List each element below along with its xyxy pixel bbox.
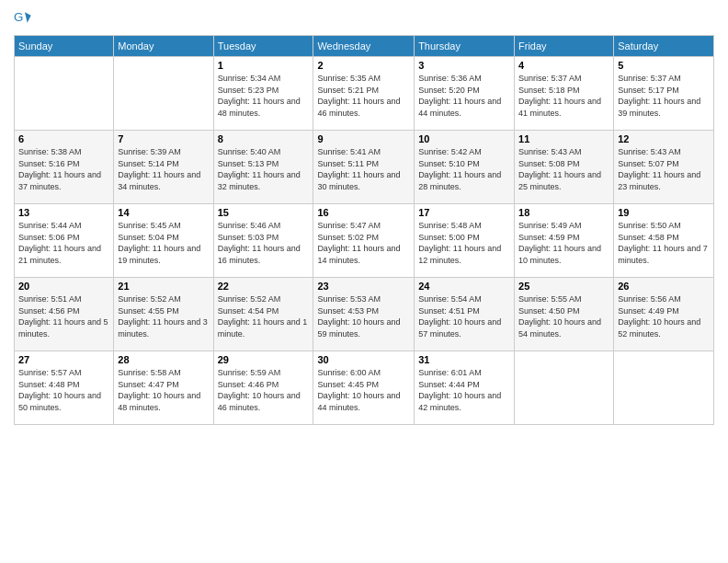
day-number: 20 [18,281,109,292]
column-header-tuesday: Tuesday [213,36,313,57]
day-info: Sunrise: 5:39 AM Sunset: 5:14 PM Dayligh… [118,146,209,192]
calendar-cell: 15Sunrise: 5:46 AM Sunset: 5:03 PM Dayli… [213,204,313,278]
calendar-cell: 9Sunrise: 5:41 AM Sunset: 5:11 PM Daylig… [313,131,415,204]
calendar-cell: 28Sunrise: 5:58 AM Sunset: 4:47 PM Dayli… [114,351,213,425]
column-header-friday: Friday [515,36,614,57]
calendar-cell: 6Sunrise: 5:38 AM Sunset: 5:16 PM Daylig… [15,131,114,204]
day-number: 16 [317,207,410,218]
day-info: Sunrise: 5:44 AM Sunset: 5:06 PM Dayligh… [18,220,109,266]
day-info: Sunrise: 5:37 AM Sunset: 5:17 PM Dayligh… [618,73,710,119]
day-number: 11 [518,133,609,144]
calendar-cell [15,57,114,131]
calendar-week-row: 13Sunrise: 5:44 AM Sunset: 5:06 PM Dayli… [15,204,714,278]
day-number: 5 [618,60,710,71]
day-info: Sunrise: 5:56 AM Sunset: 4:49 PM Dayligh… [618,293,710,339]
day-number: 9 [317,133,410,144]
calendar-cell: 21Sunrise: 5:52 AM Sunset: 4:55 PM Dayli… [114,278,213,351]
column-header-thursday: Thursday [415,36,515,57]
calendar-cell: 10Sunrise: 5:42 AM Sunset: 5:10 PM Dayli… [415,131,515,204]
calendar-table: SundayMondayTuesdayWednesdayThursdayFrid… [14,35,714,425]
day-info: Sunrise: 5:52 AM Sunset: 4:55 PM Dayligh… [118,293,209,339]
day-info: Sunrise: 5:34 AM Sunset: 5:23 PM Dayligh… [218,73,310,119]
day-number: 29 [218,354,310,365]
day-info: Sunrise: 5:35 AM Sunset: 5:21 PM Dayligh… [317,73,410,119]
calendar-cell: 19Sunrise: 5:50 AM Sunset: 4:58 PM Dayli… [614,204,714,278]
day-number: 30 [317,354,410,365]
day-number: 17 [418,207,510,218]
day-info: Sunrise: 5:53 AM Sunset: 4:53 PM Dayligh… [317,293,410,339]
day-info: Sunrise: 5:36 AM Sunset: 5:20 PM Dayligh… [418,73,510,119]
calendar-cell: 1Sunrise: 5:34 AM Sunset: 5:23 PM Daylig… [213,57,313,131]
column-header-wednesday: Wednesday [313,36,415,57]
day-info: Sunrise: 5:45 AM Sunset: 5:04 PM Dayligh… [118,220,209,266]
calendar-page: G SundayMondayTuesdayWednesdayThursdayFr… [0,0,728,563]
calendar-cell: 27Sunrise: 5:57 AM Sunset: 4:48 PM Dayli… [15,351,114,425]
calendar-header-row: SundayMondayTuesdayWednesdayThursdayFrid… [15,36,714,57]
calendar-cell [114,57,213,131]
day-number: 22 [218,281,310,292]
calendar-cell: 17Sunrise: 5:48 AM Sunset: 5:00 PM Dayli… [415,204,515,278]
calendar-cell: 11Sunrise: 5:43 AM Sunset: 5:08 PM Dayli… [515,131,614,204]
day-number: 19 [618,207,710,218]
calendar-cell: 8Sunrise: 5:40 AM Sunset: 5:13 PM Daylig… [213,131,313,204]
calendar-cell: 20Sunrise: 5:51 AM Sunset: 4:56 PM Dayli… [15,278,114,351]
calendar-cell: 3Sunrise: 5:36 AM Sunset: 5:20 PM Daylig… [415,57,515,131]
day-info: Sunrise: 5:54 AM Sunset: 4:51 PM Dayligh… [418,293,510,339]
day-info: Sunrise: 5:58 AM Sunset: 4:47 PM Dayligh… [118,367,209,413]
day-number: 12 [618,133,710,144]
svg-text:G: G [14,10,23,24]
day-number: 15 [218,207,310,218]
page-header: G [14,9,714,28]
calendar-cell: 4Sunrise: 5:37 AM Sunset: 5:18 PM Daylig… [515,57,614,131]
day-number: 25 [518,281,609,292]
calendar-cell: 29Sunrise: 5:59 AM Sunset: 4:46 PM Dayli… [213,351,313,425]
day-number: 1 [218,60,310,71]
calendar-cell: 16Sunrise: 5:47 AM Sunset: 5:02 PM Dayli… [313,204,415,278]
column-header-sunday: Sunday [15,36,114,57]
day-info: Sunrise: 5:41 AM Sunset: 5:11 PM Dayligh… [317,146,410,192]
day-number: 27 [18,354,109,365]
day-number: 2 [317,60,410,71]
day-number: 13 [18,207,109,218]
logo: G [14,9,34,28]
logo-icon: G [14,9,32,28]
day-info: Sunrise: 5:40 AM Sunset: 5:13 PM Dayligh… [218,146,310,192]
day-number: 31 [418,354,510,365]
day-number: 28 [118,354,209,365]
day-number: 8 [218,133,310,144]
day-number: 18 [518,207,609,218]
day-info: Sunrise: 5:57 AM Sunset: 4:48 PM Dayligh… [18,367,109,413]
column-header-saturday: Saturday [614,36,714,57]
calendar-cell: 22Sunrise: 5:52 AM Sunset: 4:54 PM Dayli… [213,278,313,351]
calendar-cell: 23Sunrise: 5:53 AM Sunset: 4:53 PM Dayli… [313,278,415,351]
calendar-cell: 24Sunrise: 5:54 AM Sunset: 4:51 PM Dayli… [415,278,515,351]
day-info: Sunrise: 5:49 AM Sunset: 4:59 PM Dayligh… [518,220,609,266]
calendar-cell: 12Sunrise: 5:43 AM Sunset: 5:07 PM Dayli… [614,131,714,204]
day-info: Sunrise: 5:59 AM Sunset: 4:46 PM Dayligh… [218,367,310,413]
day-info: Sunrise: 5:42 AM Sunset: 5:10 PM Dayligh… [418,146,510,192]
day-number: 26 [618,281,710,292]
calendar-week-row: 20Sunrise: 5:51 AM Sunset: 4:56 PM Dayli… [15,278,714,351]
day-number: 10 [418,133,510,144]
day-info: Sunrise: 5:52 AM Sunset: 4:54 PM Dayligh… [218,293,310,339]
day-info: Sunrise: 5:37 AM Sunset: 5:18 PM Dayligh… [518,73,609,119]
calendar-cell [515,351,614,425]
day-info: Sunrise: 6:01 AM Sunset: 4:44 PM Dayligh… [418,367,510,413]
day-info: Sunrise: 5:48 AM Sunset: 5:00 PM Dayligh… [418,220,510,266]
day-number: 21 [118,281,209,292]
day-info: Sunrise: 5:55 AM Sunset: 4:50 PM Dayligh… [518,293,609,339]
calendar-week-row: 27Sunrise: 5:57 AM Sunset: 4:48 PM Dayli… [15,351,714,425]
day-number: 24 [418,281,510,292]
day-info: Sunrise: 5:38 AM Sunset: 5:16 PM Dayligh… [18,146,109,192]
day-info: Sunrise: 5:51 AM Sunset: 4:56 PM Dayligh… [18,293,109,339]
day-number: 23 [317,281,410,292]
day-number: 4 [518,60,609,71]
calendar-cell: 18Sunrise: 5:49 AM Sunset: 4:59 PM Dayli… [515,204,614,278]
day-info: Sunrise: 5:43 AM Sunset: 5:08 PM Dayligh… [518,146,609,192]
day-info: Sunrise: 5:43 AM Sunset: 5:07 PM Dayligh… [618,146,710,192]
calendar-cell: 14Sunrise: 5:45 AM Sunset: 5:04 PM Dayli… [114,204,213,278]
column-header-monday: Monday [114,36,213,57]
day-info: Sunrise: 5:50 AM Sunset: 4:58 PM Dayligh… [618,220,710,266]
day-number: 14 [118,207,209,218]
day-number: 3 [418,60,510,71]
